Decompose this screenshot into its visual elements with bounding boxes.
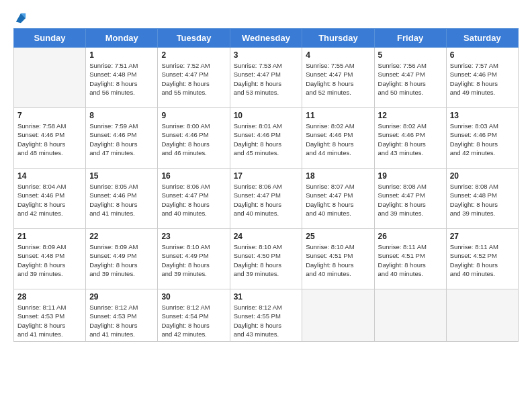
day-number: 4 xyxy=(306,50,370,60)
calendar-cell xyxy=(302,289,374,342)
day-number: 22 xyxy=(89,232,154,241)
calendar-cell: 22Sunrise: 8:09 AM Sunset: 4:49 PM Dayli… xyxy=(86,229,158,289)
weekday-header-row: SundayMondayTuesdayWednesdayThursdayFrid… xyxy=(14,29,519,48)
day-info: Sunrise: 8:03 AM Sunset: 4:46 PM Dayligh… xyxy=(450,122,515,157)
day-info: Sunrise: 7:58 AM Sunset: 4:46 PM Dayligh… xyxy=(17,122,82,157)
week-row-2: 7Sunrise: 7:58 AM Sunset: 4:46 PM Daylig… xyxy=(14,108,519,169)
day-info: Sunrise: 8:11 AM Sunset: 4:53 PM Dayligh… xyxy=(17,303,82,338)
day-number: 17 xyxy=(234,171,299,181)
day-number: 8 xyxy=(89,111,154,120)
weekday-header-saturday: Saturday xyxy=(446,29,518,48)
day-number: 13 xyxy=(450,111,515,120)
day-info: Sunrise: 7:51 AM Sunset: 4:48 PM Dayligh… xyxy=(89,61,154,97)
day-info: Sunrise: 8:08 AM Sunset: 4:47 PM Dayligh… xyxy=(378,182,443,218)
day-number: 28 xyxy=(17,292,82,302)
day-number: 2 xyxy=(161,50,226,60)
day-number: 6 xyxy=(450,50,515,60)
day-number: 30 xyxy=(161,292,226,302)
calendar-cell: 3Sunrise: 7:53 AM Sunset: 4:47 PM Daylig… xyxy=(230,48,302,108)
calendar-cell: 25Sunrise: 8:10 AM Sunset: 4:51 PM Dayli… xyxy=(302,229,374,289)
logo xyxy=(13,12,27,21)
calendar-cell: 12Sunrise: 8:02 AM Sunset: 4:46 PM Dayli… xyxy=(374,108,446,169)
calendar-cell: 29Sunrise: 8:12 AM Sunset: 4:53 PM Dayli… xyxy=(86,289,158,342)
day-number: 14 xyxy=(17,171,82,181)
calendar-cell: 15Sunrise: 8:05 AM Sunset: 4:46 PM Dayli… xyxy=(86,169,158,229)
day-number: 9 xyxy=(161,111,226,120)
calendar-cell: 7Sunrise: 7:58 AM Sunset: 4:46 PM Daylig… xyxy=(14,108,86,169)
day-number: 29 xyxy=(89,292,154,302)
day-info: Sunrise: 8:11 AM Sunset: 4:51 PM Dayligh… xyxy=(378,242,443,278)
calendar-cell: 19Sunrise: 8:08 AM Sunset: 4:47 PM Dayli… xyxy=(374,169,446,229)
day-number: 24 xyxy=(234,232,299,241)
page: SundayMondayTuesdayWednesdayThursdayFrid… xyxy=(0,0,532,411)
day-number: 31 xyxy=(234,292,299,302)
calendar-cell: 9Sunrise: 8:00 AM Sunset: 4:46 PM Daylig… xyxy=(158,108,230,169)
day-info: Sunrise: 8:10 AM Sunset: 4:49 PM Dayligh… xyxy=(161,242,226,278)
day-number: 26 xyxy=(378,232,443,241)
day-number: 27 xyxy=(450,232,515,241)
day-number: 18 xyxy=(306,171,370,181)
logo-icon xyxy=(15,12,27,24)
calendar-cell: 4Sunrise: 7:55 AM Sunset: 4:47 PM Daylig… xyxy=(302,48,374,108)
day-number: 25 xyxy=(306,232,370,241)
day-number: 1 xyxy=(89,50,154,60)
day-info: Sunrise: 8:05 AM Sunset: 4:46 PM Dayligh… xyxy=(89,182,154,218)
day-info: Sunrise: 7:59 AM Sunset: 4:46 PM Dayligh… xyxy=(89,122,154,157)
calendar-cell: 28Sunrise: 8:11 AM Sunset: 4:53 PM Dayli… xyxy=(14,289,86,342)
day-info: Sunrise: 8:11 AM Sunset: 4:52 PM Dayligh… xyxy=(450,242,515,278)
calendar-cell: 17Sunrise: 8:06 AM Sunset: 4:47 PM Dayli… xyxy=(230,169,302,229)
weekday-header-thursday: Thursday xyxy=(302,29,374,48)
weekday-header-friday: Friday xyxy=(374,29,446,48)
day-info: Sunrise: 8:12 AM Sunset: 4:55 PM Dayligh… xyxy=(234,303,299,338)
day-info: Sunrise: 8:02 AM Sunset: 4:46 PM Dayligh… xyxy=(306,122,370,157)
header xyxy=(13,12,519,21)
day-info: Sunrise: 8:06 AM Sunset: 4:47 PM Dayligh… xyxy=(234,182,299,218)
weekday-header-wednesday: Wednesday xyxy=(230,29,302,48)
calendar-cell: 21Sunrise: 8:09 AM Sunset: 4:48 PM Dayli… xyxy=(14,229,86,289)
day-number: 21 xyxy=(17,232,82,241)
calendar-cell: 1Sunrise: 7:51 AM Sunset: 4:48 PM Daylig… xyxy=(86,48,158,108)
day-number: 23 xyxy=(161,232,226,241)
day-info: Sunrise: 8:01 AM Sunset: 4:46 PM Dayligh… xyxy=(234,122,299,157)
day-info: Sunrise: 8:06 AM Sunset: 4:47 PM Dayligh… xyxy=(161,182,226,218)
day-info: Sunrise: 8:02 AM Sunset: 4:46 PM Dayligh… xyxy=(378,122,443,157)
calendar-cell: 2Sunrise: 7:52 AM Sunset: 4:47 PM Daylig… xyxy=(158,48,230,108)
calendar-cell: 31Sunrise: 8:12 AM Sunset: 4:55 PM Dayli… xyxy=(230,289,302,342)
calendar-cell: 5Sunrise: 7:56 AM Sunset: 4:47 PM Daylig… xyxy=(374,48,446,108)
day-number: 12 xyxy=(378,111,443,120)
calendar-cell: 30Sunrise: 8:12 AM Sunset: 4:54 PM Dayli… xyxy=(158,289,230,342)
calendar-cell: 6Sunrise: 7:57 AM Sunset: 4:46 PM Daylig… xyxy=(446,48,518,108)
calendar-cell: 18Sunrise: 8:07 AM Sunset: 4:47 PM Dayli… xyxy=(302,169,374,229)
calendar-cell: 8Sunrise: 7:59 AM Sunset: 4:46 PM Daylig… xyxy=(86,108,158,169)
day-info: Sunrise: 7:52 AM Sunset: 4:47 PM Dayligh… xyxy=(161,61,226,97)
day-number: 7 xyxy=(17,111,82,120)
week-row-5: 28Sunrise: 8:11 AM Sunset: 4:53 PM Dayli… xyxy=(14,289,519,342)
weekday-header-tuesday: Tuesday xyxy=(158,29,230,48)
calendar-cell: 20Sunrise: 8:08 AM Sunset: 4:48 PM Dayli… xyxy=(446,169,518,229)
day-number: 19 xyxy=(378,171,443,181)
day-number: 5 xyxy=(378,50,443,60)
day-info: Sunrise: 7:53 AM Sunset: 4:47 PM Dayligh… xyxy=(234,61,299,97)
day-info: Sunrise: 7:57 AM Sunset: 4:46 PM Dayligh… xyxy=(450,61,515,97)
day-info: Sunrise: 8:12 AM Sunset: 4:53 PM Dayligh… xyxy=(89,303,154,338)
day-number: 10 xyxy=(234,111,299,120)
day-info: Sunrise: 8:08 AM Sunset: 4:48 PM Dayligh… xyxy=(450,182,515,218)
calendar-cell xyxy=(374,289,446,342)
calendar-cell: 23Sunrise: 8:10 AM Sunset: 4:49 PM Dayli… xyxy=(158,229,230,289)
calendar-cell xyxy=(446,289,518,342)
day-info: Sunrise: 8:04 AM Sunset: 4:46 PM Dayligh… xyxy=(17,182,82,218)
day-info: Sunrise: 7:55 AM Sunset: 4:47 PM Dayligh… xyxy=(306,61,370,97)
week-row-3: 14Sunrise: 8:04 AM Sunset: 4:46 PM Dayli… xyxy=(14,169,519,229)
day-info: Sunrise: 8:10 AM Sunset: 4:50 PM Dayligh… xyxy=(234,242,299,278)
weekday-header-monday: Monday xyxy=(86,29,158,48)
calendar-cell: 13Sunrise: 8:03 AM Sunset: 4:46 PM Dayli… xyxy=(446,108,518,169)
week-row-1: 1Sunrise: 7:51 AM Sunset: 4:48 PM Daylig… xyxy=(14,48,519,108)
day-number: 15 xyxy=(89,171,154,181)
day-info: Sunrise: 8:09 AM Sunset: 4:49 PM Dayligh… xyxy=(89,242,154,278)
calendar-cell xyxy=(14,48,86,108)
day-number: 16 xyxy=(161,171,226,181)
calendar-cell: 10Sunrise: 8:01 AM Sunset: 4:46 PM Dayli… xyxy=(230,108,302,169)
calendar-table: SundayMondayTuesdayWednesdayThursdayFrid… xyxy=(13,28,519,342)
day-info: Sunrise: 8:12 AM Sunset: 4:54 PM Dayligh… xyxy=(161,303,226,338)
week-row-4: 21Sunrise: 8:09 AM Sunset: 4:48 PM Dayli… xyxy=(14,229,519,289)
